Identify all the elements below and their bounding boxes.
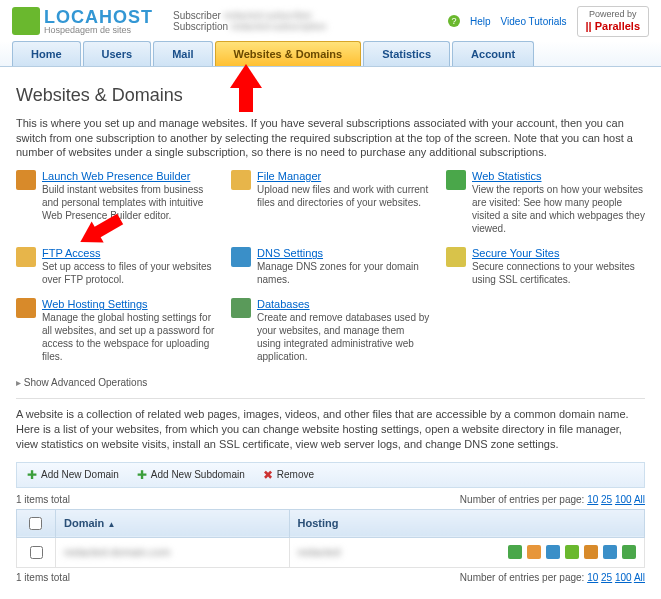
- per-page-option[interactable]: All: [634, 572, 645, 583]
- tool-desc: Manage DNS zones for your domain names.: [257, 260, 430, 286]
- tool-icon: [446, 170, 466, 190]
- subscription-info: Subscriber redacted-subscriber Subscript…: [153, 10, 448, 32]
- powered-by-badge: Powered by || Parallels: [577, 6, 649, 37]
- remove-icon: ✖: [263, 468, 273, 482]
- row-action-icon[interactable]: [565, 545, 579, 559]
- tab-account[interactable]: Account: [452, 41, 534, 66]
- page-title: Websites & Domains: [16, 85, 645, 106]
- main-nav: HomeUsersMailWebsites & DomainsStatistic…: [0, 41, 661, 67]
- logo-icon: [12, 7, 40, 35]
- tab-websites-domains[interactable]: Websites & Domains: [215, 41, 362, 66]
- tool-desc: Upload new files and work with current f…: [257, 183, 430, 209]
- logo-subtitle: Hospedagem de sites: [44, 26, 153, 35]
- tool-grid: Launch Web Presence BuilderBuild instant…: [16, 170, 645, 363]
- per-page-label: Number of entries per page:: [460, 494, 585, 505]
- add-domain-button[interactable]: ✚ Add New Domain: [27, 468, 119, 482]
- tool-link[interactable]: File Manager: [257, 170, 321, 182]
- tool-icon: [231, 170, 251, 190]
- per-page-option[interactable]: 10: [587, 494, 598, 505]
- per-page-option[interactable]: 100: [615, 572, 632, 583]
- tool-icon: [16, 247, 36, 267]
- tool-item: FTP AccessSet up access to files of your…: [16, 247, 215, 286]
- items-total: 1 items total: [16, 572, 70, 583]
- tool-link[interactable]: FTP Access: [42, 247, 100, 259]
- divider: [16, 398, 645, 399]
- per-page-label: Number of entries per page:: [460, 572, 585, 583]
- tool-icon: [446, 247, 466, 267]
- tutorials-link[interactable]: Video Tutorials: [501, 16, 567, 27]
- row-checkbox[interactable]: [30, 546, 43, 559]
- header-bar: LOCAHOST Hospedagem de sites Subscriber …: [0, 0, 661, 41]
- tool-item: DatabasesCreate and remove databases use…: [231, 298, 430, 363]
- subscription-value: redacted-subscription: [231, 21, 327, 32]
- row-action-icon[interactable]: [508, 545, 522, 559]
- select-all-checkbox[interactable]: [29, 517, 42, 530]
- add-icon: ✚: [27, 468, 37, 482]
- per-page-option[interactable]: 10: [587, 572, 598, 583]
- per-page-option[interactable]: 25: [601, 572, 612, 583]
- remove-button[interactable]: ✖ Remove: [263, 468, 314, 482]
- help-link[interactable]: Help: [470, 16, 491, 27]
- domain-toolbar: ✚ Add New Domain ✚ Add New Subdomain ✖ R…: [16, 462, 645, 488]
- pager-bottom: 1 items total Number of entries per page…: [16, 572, 645, 583]
- subscriber-value: redacted-subscriber: [224, 10, 312, 21]
- tool-desc: Secure connections to your websites usin…: [472, 260, 645, 286]
- add-icon: ✚: [137, 468, 147, 482]
- row-action-icon[interactable]: [584, 545, 598, 559]
- website-note: A website is a collection of related web…: [16, 407, 645, 452]
- help-icon: ?: [448, 15, 460, 27]
- tool-icon: [16, 298, 36, 318]
- logo-title: LOCAHOST: [44, 8, 153, 26]
- tool-link[interactable]: Secure Your Sites: [472, 247, 559, 259]
- tab-users[interactable]: Users: [83, 41, 152, 66]
- tool-item: Launch Web Presence BuilderBuild instant…: [16, 170, 215, 235]
- col-hosting[interactable]: Hosting: [289, 509, 644, 537]
- tool-icon: [231, 247, 251, 267]
- tool-link[interactable]: Databases: [257, 298, 310, 310]
- tool-desc: Build instant websites from business and…: [42, 183, 215, 222]
- tool-item: File ManagerUpload new files and work wi…: [231, 170, 430, 235]
- select-all-header[interactable]: [17, 509, 56, 537]
- tool-link[interactable]: Web Hosting Settings: [42, 298, 148, 310]
- tool-desc: Manage the global hosting settings for a…: [42, 311, 215, 363]
- tool-item: DNS SettingsManage DNS zones for your do…: [231, 247, 430, 286]
- tool-desc: Create and remove databases used by your…: [257, 311, 430, 363]
- per-page-option[interactable]: 25: [601, 494, 612, 505]
- tool-desc: View the reports on how your websites ar…: [472, 183, 645, 235]
- add-subdomain-button[interactable]: ✚ Add New Subdomain: [137, 468, 245, 482]
- col-domain[interactable]: Domain ▲: [56, 509, 290, 537]
- tab-home[interactable]: Home: [12, 41, 81, 66]
- tool-item: Secure Your SitesSecure connections to y…: [446, 247, 645, 286]
- items-total: 1 items total: [16, 494, 70, 505]
- row-action-icon[interactable]: [603, 545, 617, 559]
- row-action-icon[interactable]: [546, 545, 560, 559]
- tool-link[interactable]: Launch Web Presence Builder: [42, 170, 190, 182]
- per-page-option[interactable]: 100: [615, 494, 632, 505]
- intro-text: This is where you set up and manage webs…: [16, 116, 645, 161]
- tool-icon: [231, 298, 251, 318]
- tab-mail[interactable]: Mail: [153, 41, 212, 66]
- tool-item: Web StatisticsView the reports on how yo…: [446, 170, 645, 235]
- hosting-value: redacted: [298, 546, 341, 558]
- per-page-option[interactable]: All: [634, 494, 645, 505]
- tool-link[interactable]: DNS Settings: [257, 247, 323, 259]
- pager-top: 1 items total Number of entries per page…: [16, 494, 645, 505]
- tool-item: Web Hosting SettingsManage the global ho…: [16, 298, 215, 363]
- row-action-icon[interactable]: [527, 545, 541, 559]
- tab-statistics[interactable]: Statistics: [363, 41, 450, 66]
- subscription-label: Subscription: [173, 21, 228, 32]
- domain-link[interactable]: redacted-domain.com: [64, 546, 170, 558]
- domains-table: Domain ▲ Hosting redacted-domain.comreda…: [16, 509, 645, 568]
- tool-desc: Set up access to files of your websites …: [42, 260, 215, 286]
- logo[interactable]: LOCAHOST Hospedagem de sites: [12, 7, 153, 35]
- row-action-icon[interactable]: [622, 545, 636, 559]
- tool-link[interactable]: Web Statistics: [472, 170, 542, 182]
- table-row: redacted-domain.comredacted: [17, 537, 645, 567]
- tool-icon: [16, 170, 36, 190]
- sort-asc-icon: ▲: [107, 520, 115, 529]
- show-advanced-toggle[interactable]: Show Advanced Operations: [16, 377, 645, 388]
- subscriber-label: Subscriber: [173, 10, 221, 21]
